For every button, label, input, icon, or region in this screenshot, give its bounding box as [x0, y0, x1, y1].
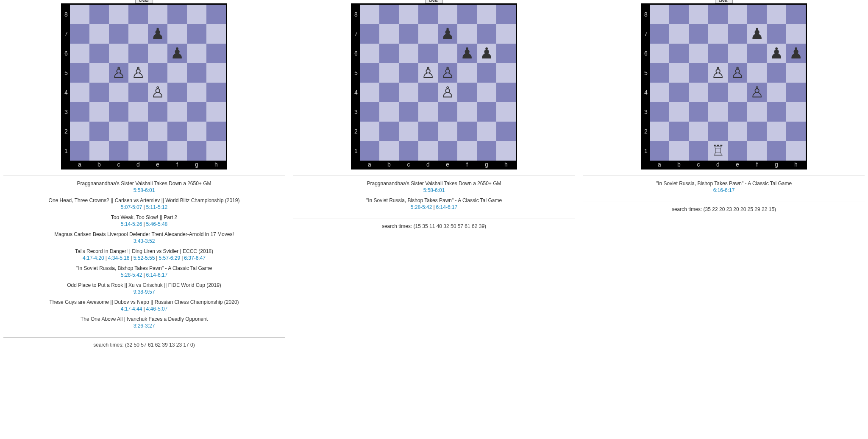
time-link[interactable]: 6:16-6:17: [713, 187, 735, 193]
board-square[interactable]: [457, 102, 477, 122]
board-square[interactable]: ♟: [167, 44, 187, 63]
chess-piece[interactable]: ♟: [151, 25, 164, 42]
board-square[interactable]: [669, 63, 689, 83]
board-square[interactable]: [70, 24, 89, 44]
board-square[interactable]: [187, 24, 206, 44]
board-square[interactable]: [669, 24, 689, 44]
board-square[interactable]: [786, 24, 806, 44]
board-square[interactable]: [477, 141, 496, 161]
board-square[interactable]: [187, 83, 206, 102]
chess-piece[interactable]: ♙: [711, 64, 725, 81]
board-square[interactable]: [689, 83, 708, 102]
board-square[interactable]: [438, 102, 457, 122]
board-square[interactable]: [206, 44, 226, 63]
board-square[interactable]: [767, 83, 786, 102]
board-square[interactable]: [689, 5, 708, 24]
chess-piece[interactable]: ♙: [112, 64, 125, 81]
board-square[interactable]: [399, 102, 418, 122]
board-square[interactable]: [438, 5, 457, 24]
board-square[interactable]: [650, 122, 669, 141]
board-square[interactable]: [187, 44, 206, 63]
board-square[interactable]: ♟: [457, 44, 477, 63]
board-square[interactable]: [206, 83, 226, 102]
time-link[interactable]: 3:26-3:27: [134, 323, 155, 329]
board-square[interactable]: ♙: [128, 63, 148, 83]
board-square[interactable]: [418, 24, 438, 44]
board-square[interactable]: [379, 102, 399, 122]
board-square[interactable]: [496, 44, 516, 63]
time-link[interactable]: 5:28-5:42: [121, 272, 142, 278]
board-square[interactable]: [496, 122, 516, 141]
board-square[interactable]: [418, 44, 438, 63]
board-square[interactable]: [438, 44, 457, 63]
board-square[interactable]: [167, 141, 187, 161]
board-square[interactable]: [708, 122, 728, 141]
chess-piece[interactable]: ♟: [480, 44, 493, 62]
board-square[interactable]: [360, 44, 379, 63]
board-square[interactable]: [206, 122, 226, 141]
board-square[interactable]: [167, 24, 187, 44]
board-square[interactable]: [399, 83, 418, 102]
chess-piece[interactable]: ♙: [441, 64, 454, 81]
board-square[interactable]: [379, 44, 399, 63]
board-square[interactable]: [708, 83, 728, 102]
board-square[interactable]: [728, 44, 747, 63]
board-square[interactable]: [379, 24, 399, 44]
time-link[interactable]: 3:43-3:52: [134, 238, 155, 244]
board-square[interactable]: [496, 83, 516, 102]
board-square[interactable]: [187, 63, 206, 83]
board-square[interactable]: [689, 122, 708, 141]
board-square[interactable]: [650, 24, 669, 44]
board-square[interactable]: [747, 141, 767, 161]
board-square[interactable]: [360, 102, 379, 122]
board-square[interactable]: [669, 122, 689, 141]
board-square[interactable]: [767, 141, 786, 161]
board-square[interactable]: [786, 141, 806, 161]
board-square[interactable]: ♙: [438, 83, 457, 102]
board-square[interactable]: [379, 83, 399, 102]
board-square[interactable]: [109, 122, 128, 141]
board-square[interactable]: [747, 122, 767, 141]
board-square[interactable]: [360, 5, 379, 24]
board-square[interactable]: [360, 63, 379, 83]
chess-piece[interactable]: ♟: [441, 25, 454, 42]
board-square[interactable]: [399, 63, 418, 83]
board-square[interactable]: [109, 102, 128, 122]
board-square[interactable]: [650, 102, 669, 122]
chess-piece[interactable]: ♟: [789, 44, 803, 62]
board-square[interactable]: [360, 122, 379, 141]
time-link[interactable]: 5:14-5:26: [121, 221, 142, 227]
time-link[interactable]: 5:52-5:55: [134, 255, 155, 261]
board-square[interactable]: [728, 102, 747, 122]
board-square[interactable]: ♙: [109, 63, 128, 83]
board-square[interactable]: [708, 102, 728, 122]
board-square[interactable]: [438, 141, 457, 161]
board-square[interactable]: [689, 44, 708, 63]
board-square[interactable]: [148, 122, 167, 141]
board-square[interactable]: [786, 102, 806, 122]
time-link[interactable]: 5:28-5:42: [411, 204, 432, 210]
board-square[interactable]: [477, 63, 496, 83]
board-square[interactable]: [418, 102, 438, 122]
board-square[interactable]: [148, 63, 167, 83]
board-square[interactable]: ♙: [148, 83, 167, 102]
board-square[interactable]: [669, 5, 689, 24]
board-square[interactable]: [650, 44, 669, 63]
time-link[interactable]: 9:38-9:57: [134, 289, 155, 295]
board-square[interactable]: [728, 122, 747, 141]
board-square[interactable]: [128, 24, 148, 44]
clear-button[interactable]: clear: [715, 0, 733, 3]
board-square[interactable]: [206, 102, 226, 122]
board-square[interactable]: [167, 5, 187, 24]
board-square[interactable]: [708, 24, 728, 44]
board-square[interactable]: [89, 24, 109, 44]
board-square[interactable]: [669, 141, 689, 161]
chess-board[interactable]: 87♟6♟5♙♙4♙321abcdefgh: [62, 5, 226, 168]
board-square[interactable]: [148, 44, 167, 63]
board-square[interactable]: [379, 141, 399, 161]
board-square[interactable]: [496, 63, 516, 83]
board-square[interactable]: [728, 5, 747, 24]
board-square[interactable]: [457, 24, 477, 44]
board-square[interactable]: [728, 83, 747, 102]
clear-button[interactable]: clear: [425, 0, 443, 3]
